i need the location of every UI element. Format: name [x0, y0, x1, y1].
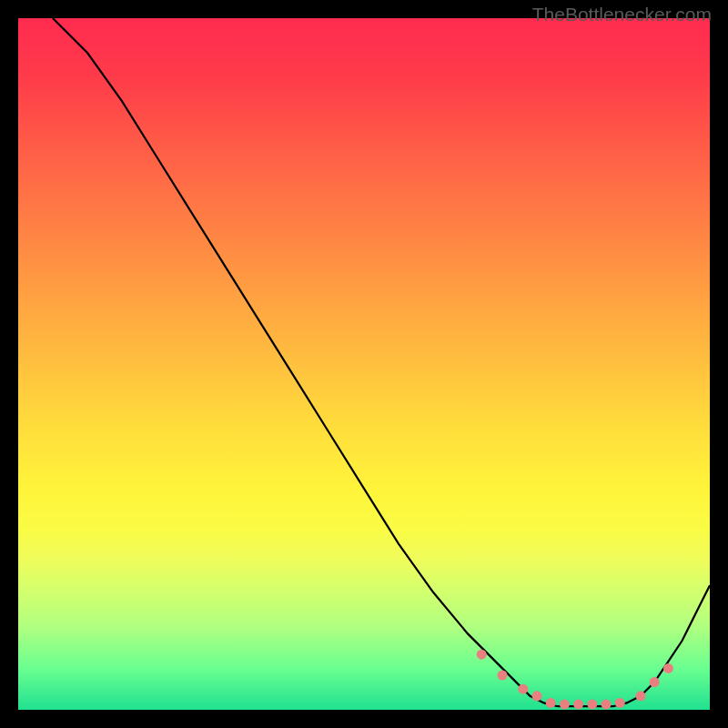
chart-container — [18, 18, 710, 710]
highlight-markers — [477, 650, 673, 710]
marker-dot — [650, 677, 660, 687]
marker-dot — [636, 691, 646, 701]
marker-dot — [560, 699, 570, 709]
marker-dot — [477, 650, 487, 660]
curve-line — [53, 18, 710, 706]
marker-dot — [546, 698, 556, 708]
watermark-text: TheBottlenecker.com — [532, 4, 712, 25]
marker-dot — [602, 699, 612, 709]
marker-dot — [615, 698, 625, 708]
marker-dot — [518, 684, 528, 694]
marker-dot — [573, 699, 583, 709]
chart-svg — [18, 18, 710, 710]
marker-dot — [587, 699, 597, 709]
marker-dot — [498, 671, 508, 681]
marker-dot — [532, 691, 542, 701]
marker-dot — [663, 663, 673, 673]
